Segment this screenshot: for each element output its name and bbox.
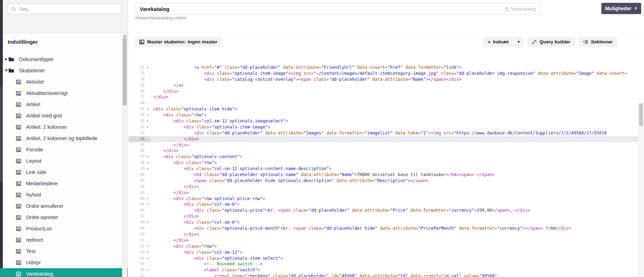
code-line[interactable]: <!-- Rounded switch --> bbox=[151, 261, 638, 267]
code-line[interactable]: <span class="dd-placeholder hide optiona… bbox=[151, 178, 638, 184]
insert-button[interactable]: + Indsæt bbox=[483, 37, 513, 47]
code-line[interactable]: <div class="optionals-item-image"> bbox=[151, 124, 638, 130]
fold-arrow-icon[interactable]: ▾ bbox=[145, 243, 151, 249]
code-line[interactable]: <div class="optionals-content"> bbox=[151, 154, 638, 160]
tree-item-label: Artikel med grid bbox=[26, 113, 62, 119]
tree-item-label: Ordre annulleret bbox=[26, 203, 63, 209]
code-line[interactable]: </div> bbox=[151, 231, 638, 237]
code-line[interactable]: <div class="col-sm-12"> bbox=[151, 249, 638, 255]
code-line[interactable]: <div class="dd-placeholder" data-attribu… bbox=[151, 130, 638, 136]
tree-item[interactable]: Layout bbox=[3, 155, 128, 167]
code-line[interactable]: <div class="col-sm-6"> bbox=[151, 219, 638, 225]
code-line[interactable]: <div class="row"> bbox=[151, 243, 638, 249]
template-name-input[interactable] bbox=[135, 6, 505, 12]
fold-arrow-icon[interactable]: ▾ bbox=[145, 196, 151, 202]
code-line-row: 46<div class="optionals-price">kr. <span… bbox=[129, 207, 638, 213]
template-path: /Views/Varekatalog.cshtml bbox=[135, 16, 186, 20]
fold-arrow-icon[interactable]: ▾ bbox=[145, 255, 151, 261]
tree-item[interactable]: ProductList bbox=[3, 223, 128, 234]
tree-container: DokumenttyperSkabelonerAktivitetAktualit… bbox=[3, 54, 128, 277]
sidebar-scrollbar-thumb[interactable] bbox=[123, 38, 127, 105]
code-line[interactable]: <div class="col-sm-12 optionals-imagesel… bbox=[151, 118, 638, 124]
tree-item[interactable]: Medarbejdere bbox=[3, 178, 128, 189]
code-line[interactable]: <input type="checkbox" class="dd-placeho… bbox=[151, 273, 638, 277]
code-line[interactable]: <div class="optionals-price-month">kr. <… bbox=[151, 225, 638, 231]
fold-arrow-icon[interactable]: ▾ bbox=[145, 118, 151, 124]
code-line[interactable]: </div> bbox=[151, 142, 638, 148]
tree-item[interactable]: Nyhed bbox=[3, 189, 128, 200]
code-line[interactable]: <div class="col-sm-12 optionals-content-… bbox=[151, 166, 638, 172]
code-line[interactable]: <div class="row optional-price-row"> bbox=[151, 196, 638, 202]
line-number: 56 bbox=[140, 267, 145, 273]
fold-arrow-icon[interactable]: ▾ bbox=[145, 219, 151, 225]
code-line[interactable]: <div class="optionals-item-select"> bbox=[151, 255, 638, 261]
sections-button[interactable]: Sektioner bbox=[578, 37, 617, 47]
fold-arrow-icon[interactable]: ▾ bbox=[145, 154, 151, 160]
code-line[interactable]: </div> bbox=[151, 237, 638, 243]
code-editor[interactable]: 22▾<a href="#" class="dd-placeholder" da… bbox=[128, 49, 644, 277]
tree-item[interactable]: Artikel, 2 kolonner bbox=[3, 121, 128, 133]
tree-item[interactable]: Aktivitet bbox=[3, 76, 128, 88]
code-line[interactable]: <div class="optionals-price">kr. <span c… bbox=[151, 207, 638, 213]
code-line-row: 35</div> bbox=[129, 142, 638, 148]
fold-arrow-icon[interactable]: ▾ bbox=[145, 201, 151, 207]
template-icon bbox=[16, 136, 21, 141]
fold-arrow-icon[interactable]: ▾ bbox=[145, 112, 151, 118]
editor-scrollbar[interactable] bbox=[638, 102, 644, 277]
sidebar-scrollbar[interactable] bbox=[122, 33, 127, 277]
fold-arrow-icon[interactable]: ▾ bbox=[145, 106, 151, 112]
fold-arrow-icon[interactable]: ▾ bbox=[145, 65, 151, 71]
tree-item[interactable]: Dokumenttyper bbox=[3, 54, 128, 65]
tree-item[interactable]: Ordre annulleret bbox=[3, 200, 128, 212]
section-nav-scrollbar-thumb[interactable] bbox=[0, 86, 3, 182]
code-line[interactable]: <a href="#" class="dd-placeholder" data-… bbox=[151, 65, 638, 71]
code-line[interactable]: </a> bbox=[151, 83, 638, 89]
tree-item[interactable]: Udstyr bbox=[3, 257, 128, 268]
query-builder-button[interactable]: Query builder bbox=[527, 37, 575, 47]
fold-arrow-icon[interactable]: ▾ bbox=[145, 166, 151, 172]
disclosure-down-icon[interactable] bbox=[4, 70, 8, 72]
tree-item[interactable]: Link side bbox=[3, 167, 128, 178]
tree-item[interactable]: Artikel med grid bbox=[3, 110, 128, 121]
tree-item[interactable]: Aktualitetsoversigt bbox=[3, 88, 128, 99]
editor-scrollbar-thumb[interactable] bbox=[639, 103, 643, 126]
fold-arrow-icon[interactable]: ▾ bbox=[145, 249, 151, 255]
template-name-field[interactable]: Varekatalog bbox=[135, 3, 541, 15]
code-line[interactable]: <div class="optionals-item hide"> bbox=[151, 106, 638, 112]
code-line[interactable]: <label class="switch"> bbox=[151, 267, 638, 273]
code-line[interactable]: <div class="catalog-rootcat-overlay"><sp… bbox=[151, 77, 638, 83]
gutter-cell: 23 bbox=[129, 71, 151, 77]
code-line[interactable]: <div class="row"> bbox=[151, 160, 638, 166]
code-line[interactable]: <h4 class="dd-placeholder optionals-name… bbox=[151, 172, 638, 178]
code-line[interactable]: <div class="row"> bbox=[151, 112, 638, 118]
disclosure-right-icon[interactable] bbox=[4, 58, 8, 61]
code-line[interactable]: </div> bbox=[151, 89, 638, 95]
code-line[interactable]: </div> bbox=[151, 136, 638, 142]
scroll-up-icon[interactable] bbox=[123, 35, 126, 37]
insert-dropdown-button[interactable]: ▼ bbox=[514, 37, 524, 47]
tree-item[interactable]: Skabeloner bbox=[3, 65, 128, 76]
code-line-row: 44▾<div class="row optional-price-row"> bbox=[129, 196, 638, 202]
code-line[interactable]: </div> bbox=[151, 94, 638, 100]
options-button[interactable]: Muligheder ▼ bbox=[601, 3, 641, 14]
fold-arrow-icon[interactable]: ▾ bbox=[145, 267, 151, 273]
tree-item[interactable]: Test bbox=[3, 246, 128, 257]
tree-item[interactable]: Varekatalog bbox=[3, 268, 128, 277]
code-line[interactable]: </div> bbox=[151, 213, 638, 219]
tree-item[interactable]: Ordre oprettet bbox=[3, 212, 128, 223]
code-line[interactable]: </div> bbox=[151, 184, 638, 190]
fold-arrow-icon[interactable]: ▾ bbox=[145, 160, 151, 166]
tree-item[interactable]: redirect bbox=[3, 234, 128, 246]
master-template-button[interactable]: Master skabelon: Ingen master bbox=[135, 37, 222, 47]
tree-item[interactable]: Artikel bbox=[3, 99, 128, 110]
tree-item[interactable]: Artikel, 2 kolonner og topbillede bbox=[3, 133, 128, 144]
search-box[interactable] bbox=[8, 4, 121, 14]
code-line[interactable]: <div class="optionals-item-image"><img s… bbox=[151, 71, 638, 77]
search-input[interactable] bbox=[18, 6, 121, 12]
tree-item[interactable]: Forside bbox=[3, 144, 128, 155]
code-line[interactable]: <div class="col-sm-6"> bbox=[151, 201, 638, 207]
code-line[interactable] bbox=[151, 100, 638, 106]
code-line[interactable]: </div> bbox=[151, 190, 638, 196]
fold-arrow-icon[interactable]: ▾ bbox=[145, 124, 151, 130]
code-line[interactable]: </div> bbox=[151, 148, 638, 154]
